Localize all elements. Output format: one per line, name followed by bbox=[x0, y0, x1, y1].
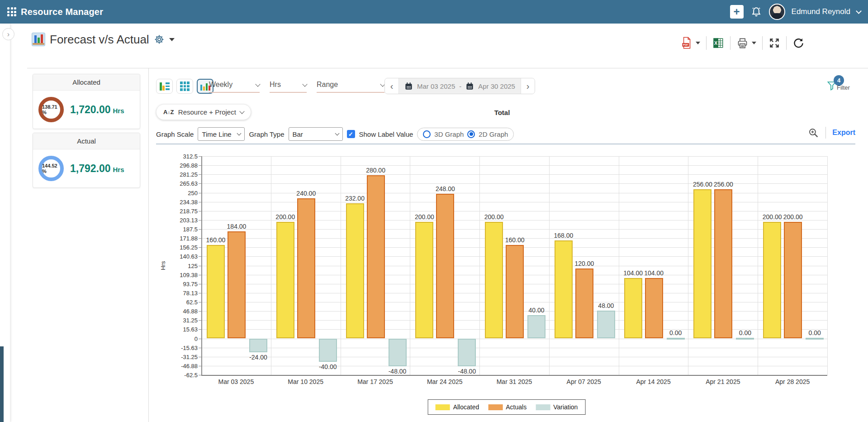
next-period-button[interactable]: › bbox=[521, 78, 535, 94]
variation-bar[interactable] bbox=[249, 339, 267, 353]
prev-period-button[interactable]: ‹ bbox=[385, 78, 398, 94]
variation-bar[interactable] bbox=[806, 338, 824, 340]
grid-view-icon bbox=[180, 82, 190, 91]
radio-2d-graph[interactable] bbox=[467, 130, 475, 138]
allocated-bar[interactable] bbox=[555, 240, 573, 338]
period-dropdown[interactable]: Weekly bbox=[209, 81, 260, 93]
chevron-down-icon bbox=[239, 109, 244, 114]
bar-value-label: 240.00 bbox=[287, 190, 325, 197]
zoom-in-icon[interactable] bbox=[808, 127, 819, 139]
y-tick-label: 0 bbox=[166, 335, 198, 342]
left-panel-scrollbar[interactable] bbox=[0, 346, 4, 422]
page-title: Forecast v/s Actual bbox=[50, 33, 149, 47]
actuals-bar[interactable] bbox=[297, 198, 315, 338]
user-name[interactable]: Edmund Reynold bbox=[792, 7, 850, 16]
h-gridline bbox=[201, 348, 827, 348]
x-axis-label: Mar 17 2025 bbox=[341, 378, 410, 385]
title-menu-caret-icon[interactable] bbox=[169, 38, 175, 41]
v-gridline bbox=[758, 156, 758, 375]
allocated-bar[interactable] bbox=[346, 203, 364, 339]
fullscreen-icon[interactable] bbox=[768, 37, 780, 49]
range-dropdown[interactable]: Range bbox=[317, 81, 384, 93]
actuals-bar[interactable] bbox=[784, 222, 802, 339]
bar-value-label: 200.00 bbox=[774, 213, 812, 221]
y-tick-label: 46.88 bbox=[166, 308, 198, 315]
allocated-bar[interactable] bbox=[415, 222, 433, 339]
date-from-field[interactable]: Mar 03 2025 bbox=[417, 82, 455, 90]
allocated-bar[interactable] bbox=[763, 222, 781, 339]
export-button[interactable]: Export bbox=[832, 129, 855, 137]
variation-bar[interactable] bbox=[667, 338, 685, 340]
actuals-bar[interactable] bbox=[506, 245, 524, 338]
x-axis-label: Apr 14 2025 bbox=[619, 378, 688, 385]
gear-icon[interactable] bbox=[154, 34, 165, 45]
avatar[interactable] bbox=[769, 4, 785, 20]
unit-dropdown-value: Hrs bbox=[270, 81, 281, 89]
list-bar-view-button[interactable] bbox=[156, 79, 173, 94]
pdf-export-button[interactable]: PDF bbox=[681, 37, 700, 49]
date-to-field[interactable]: Apr 30 2025 bbox=[478, 82, 515, 90]
panel-expand-button[interactable]: › bbox=[2, 28, 14, 40]
legend-swatch bbox=[488, 404, 503, 410]
bar-value-label: 184.00 bbox=[218, 223, 256, 230]
y-tick-label: -31.25 bbox=[166, 353, 198, 360]
legend-label: Actuals bbox=[506, 403, 526, 411]
actual-card-title: Actual bbox=[33, 133, 140, 149]
actuals-bar[interactable] bbox=[714, 189, 732, 339]
y-tick-label: -62.5 bbox=[166, 372, 198, 379]
legend-item: Actuals bbox=[488, 403, 526, 411]
actuals-bar[interactable] bbox=[436, 194, 454, 338]
group-sort-dropdown[interactable]: A↕Z Resource + Project bbox=[156, 104, 251, 120]
bar-value-label: 168.00 bbox=[545, 232, 583, 239]
show-label-value-checkbox[interactable]: ✓ bbox=[347, 130, 355, 138]
svg-text:X: X bbox=[714, 40, 718, 46]
topbar: Resource Manager + Edmund Reynold bbox=[0, 0, 868, 24]
excel-export-button[interactable]: X bbox=[712, 37, 724, 49]
actuals-bar[interactable] bbox=[367, 175, 385, 339]
variation-bar[interactable] bbox=[458, 339, 476, 367]
filter-button[interactable]: 4 Filter bbox=[826, 75, 855, 98]
legend-item: Variation bbox=[536, 403, 578, 411]
print-button[interactable] bbox=[736, 37, 756, 49]
bar-value-label: 104.00 bbox=[635, 269, 673, 277]
allocated-bar[interactable] bbox=[693, 189, 711, 339]
print-caret-icon[interactable] bbox=[752, 42, 756, 44]
radio-3d-graph[interactable] bbox=[423, 130, 431, 138]
graph-dimension-radio-group: 3D Graph 2D Graph bbox=[417, 128, 514, 141]
y-tick-label: 187.5 bbox=[166, 226, 198, 233]
bar-value-label: 120.00 bbox=[565, 260, 603, 267]
v-gridline bbox=[479, 156, 480, 375]
variation-bar[interactable] bbox=[736, 338, 754, 340]
graph-scale-select[interactable]: Time Line bbox=[198, 127, 245, 141]
allocated-bar[interactable] bbox=[276, 222, 294, 339]
pdf-caret-icon[interactable] bbox=[696, 42, 700, 44]
variation-bar[interactable] bbox=[389, 339, 407, 367]
radio-2d-label: 2D Graph bbox=[479, 130, 508, 138]
allocated-bar[interactable] bbox=[624, 278, 642, 339]
calendar-icon[interactable] bbox=[465, 82, 474, 91]
bar-value-label: 40.00 bbox=[517, 307, 555, 314]
variation-bar[interactable] bbox=[597, 311, 615, 339]
graph-scale-label: Graph Scale bbox=[156, 130, 194, 138]
actuals-bar[interactable] bbox=[228, 231, 246, 339]
refresh-icon[interactable] bbox=[792, 37, 805, 49]
grid-view-button[interactable] bbox=[176, 79, 193, 94]
variation-bar[interactable] bbox=[527, 315, 545, 339]
x-axis-label: Mar 31 2025 bbox=[479, 378, 549, 385]
legend-swatch bbox=[436, 404, 450, 410]
chevron-down-icon bbox=[302, 82, 307, 86]
y-tick-label: 171.88 bbox=[166, 235, 198, 242]
add-button[interactable]: + bbox=[730, 5, 744, 19]
variation-bar[interactable] bbox=[319, 339, 337, 362]
graph-type-select[interactable]: Bar bbox=[289, 127, 343, 141]
unit-dropdown[interactable]: Hrs bbox=[270, 81, 307, 93]
notifications-bell-icon[interactable] bbox=[750, 5, 763, 18]
allocated-bar[interactable] bbox=[207, 245, 225, 338]
bar-value-label: -48.00 bbox=[448, 368, 486, 375]
v-gridline bbox=[619, 156, 619, 375]
user-menu-chevron-icon[interactable] bbox=[856, 8, 862, 14]
sort-az-icon: A↕Z bbox=[163, 109, 174, 115]
apps-grid-icon[interactable] bbox=[7, 7, 16, 16]
x-axis-label: Mar 10 2025 bbox=[271, 378, 341, 385]
calendar-icon[interactable] bbox=[404, 82, 413, 91]
